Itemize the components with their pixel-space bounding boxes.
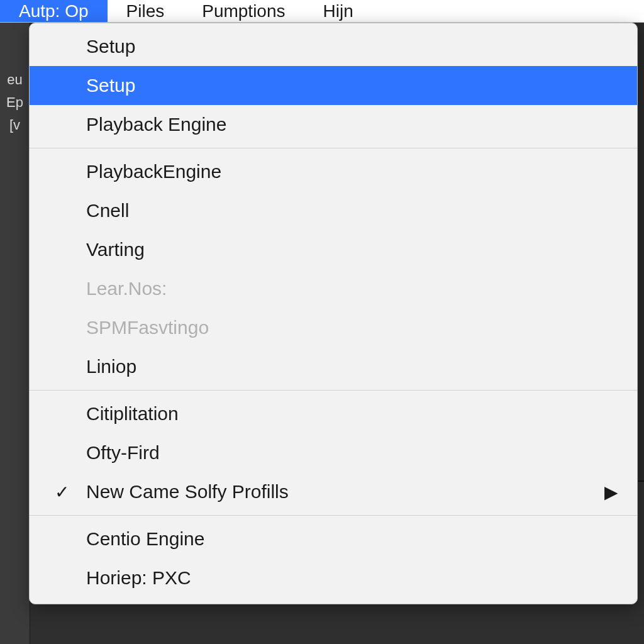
menu-item-spmfasvtingo: SPMFasvtingo — [30, 308, 637, 347]
menu-item-label: Centio Engine — [86, 528, 204, 550]
menu-item-label: Ofty-Fird — [86, 442, 160, 464]
menubar-item-autp-op[interactable]: Autp: Op — [0, 0, 108, 22]
menu-item-label: Lear.Nos: — [86, 278, 167, 299]
menubar-item-pumptions[interactable]: Pumptions — [183, 0, 304, 22]
menu-item-setup-1[interactable]: Setup — [30, 27, 637, 66]
menubar-item-piles[interactable]: Piles — [108, 0, 184, 22]
toolbar-text-fragment: eu — [7, 73, 22, 87]
menu-separator — [30, 390, 637, 391]
dropdown-menu: Setup Setup Playback Engine PlaybackEngi… — [29, 23, 638, 604]
submenu-arrow-icon: ▶ — [604, 482, 618, 502]
menu-item-lear-nos: Lear.Nos: — [30, 269, 637, 308]
menubar: Autp: Op Piles Pumptions Hijn — [0, 0, 644, 23]
menu-item-label: Liniop — [86, 356, 136, 377]
menu-item-playbackengine[interactable]: PlaybackEngine — [30, 152, 637, 191]
menu-item-label: Playback Engine — [86, 114, 226, 135]
menubar-item-hijn[interactable]: Hijn — [304, 0, 372, 22]
menu-separator — [30, 148, 637, 148]
menu-item-varting[interactable]: Varting — [30, 230, 637, 269]
menu-item-playback-engine[interactable]: Playback Engine — [30, 105, 637, 144]
menu-item-new-came-solfy-profills[interactable]: ✓ New Came Solfy Profills ▶ — [30, 472, 637, 511]
menu-item-citiplitation[interactable]: Citiplitation — [30, 394, 637, 433]
toolbar-text-fragment: [v — [9, 118, 20, 132]
menu-item-label: Setup — [86, 75, 135, 96]
menu-item-setup-2[interactable]: Setup — [30, 66, 637, 105]
side-toolbar: eu Ep [v — [0, 23, 30, 644]
menu-item-ofty-fird[interactable]: Ofty-Fird — [30, 433, 637, 472]
menu-item-liniop[interactable]: Liniop — [30, 347, 637, 386]
menu-item-label: Setup — [86, 36, 135, 57]
menu-item-centio-engine[interactable]: Centio Engine — [30, 519, 637, 558]
menu-item-label: PlaybackEngine — [86, 161, 221, 182]
menu-item-label: Cnell — [86, 200, 129, 221]
menu-separator — [30, 515, 637, 516]
menu-item-label: Horiep: PXC — [86, 567, 191, 589]
menu-item-label: Citiplitation — [86, 403, 179, 425]
check-icon: ✓ — [55, 482, 69, 502]
menu-item-horiep-pxc[interactable]: Horiep: PXC — [30, 558, 637, 597]
toolbar-text-fragment: Ep — [6, 96, 23, 109]
menu-item-label: Varting — [86, 239, 145, 260]
menu-item-cnell[interactable]: Cnell — [30, 191, 637, 230]
menu-item-label: SPMFasvtingo — [86, 317, 209, 338]
menu-item-label: New Came Solfy Profills — [86, 481, 289, 502]
